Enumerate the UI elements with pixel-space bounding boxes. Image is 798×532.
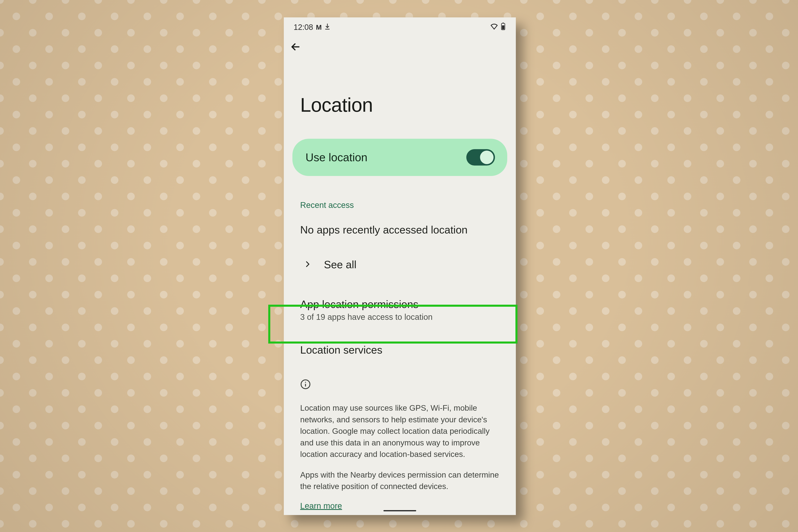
location-info-paragraph-1: Location may use sources like GPS, Wi-Fi… bbox=[284, 391, 516, 460]
svg-rect-2 bbox=[502, 25, 505, 29]
recent-access-header: Recent access bbox=[284, 176, 516, 210]
home-indicator[interactable] bbox=[383, 510, 416, 511]
app-location-permissions-title: App location permissions bbox=[300, 298, 516, 310]
nav-bar bbox=[284, 35, 516, 54]
use-location-label: Use location bbox=[305, 151, 367, 164]
phone-frame: 12:08 M bbox=[284, 17, 516, 515]
use-location-switch[interactable] bbox=[466, 149, 495, 166]
download-icon bbox=[324, 23, 331, 32]
wifi-icon bbox=[490, 22, 498, 32]
app-location-permissions-row[interactable]: App location permissions 3 of 19 apps ha… bbox=[284, 271, 516, 322]
svg-point-5 bbox=[305, 382, 306, 383]
app-location-permissions-subtitle: 3 of 19 apps have access to location bbox=[300, 310, 516, 322]
status-bar: 12:08 M bbox=[284, 17, 516, 35]
battery-icon bbox=[501, 22, 506, 32]
see-all-button[interactable]: See all bbox=[284, 236, 516, 271]
status-time: 12:08 bbox=[293, 23, 313, 32]
see-all-label: See all bbox=[324, 259, 357, 271]
chevron-right-icon bbox=[303, 259, 311, 271]
info-icon bbox=[284, 356, 516, 391]
location-services-row[interactable]: Location services bbox=[284, 322, 516, 356]
gmail-icon: M bbox=[316, 23, 321, 31]
learn-more-link[interactable]: Learn more bbox=[284, 492, 342, 511]
location-info-paragraph-2: Apps with the Nearby devices permission … bbox=[284, 460, 516, 492]
recent-access-empty: No apps recently accessed location bbox=[284, 210, 516, 236]
use-location-toggle-row[interactable]: Use location bbox=[292, 139, 507, 176]
back-button[interactable] bbox=[289, 50, 301, 53]
page-title: Location bbox=[284, 54, 516, 116]
svg-rect-1 bbox=[502, 23, 504, 23]
switch-knob bbox=[480, 151, 494, 164]
